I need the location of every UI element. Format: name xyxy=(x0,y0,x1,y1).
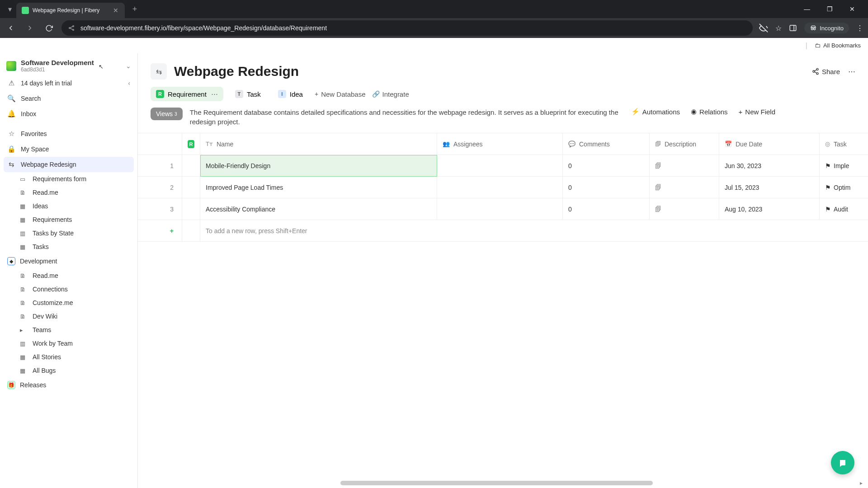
horizontal-scrollbar[interactable]: ▸ xyxy=(340,481,861,485)
cell-duedate-2[interactable]: Aug 10, 2023 xyxy=(719,198,820,220)
col-comments[interactable]: 💬Comments xyxy=(563,133,650,155)
cell-name-2[interactable]: Accessibility Compliance xyxy=(200,198,437,220)
sidebar-item-all-stories[interactable]: ▦All Stories xyxy=(0,350,137,364)
sidebar-space-development[interactable]: ◆ Development xyxy=(0,253,137,269)
cell-task-0[interactable]: ⚑Imple xyxy=(820,155,868,177)
svg-point-11 xyxy=(813,70,815,72)
relations-button[interactable]: ◉ Relations xyxy=(691,108,728,116)
new-field-button[interactable]: + New Field xyxy=(739,108,775,116)
cell-comments-0[interactable]: 0 xyxy=(563,155,650,177)
sidebar-item-dev-wiki[interactable]: 🗎Dev Wiki xyxy=(0,310,137,323)
chevron-down-icon[interactable]: ⌄ xyxy=(126,62,131,70)
add-row-hint[interactable]: To add a new row, press Shift+Enter xyxy=(200,220,868,242)
intercom-chat-button[interactable] xyxy=(831,451,854,474)
sidebar-myspace[interactable]: 🔒 My Space xyxy=(0,141,137,157)
table-row-num[interactable]: 2 xyxy=(138,177,182,198)
cell-duedate-0[interactable]: Jun 30, 2023 xyxy=(719,155,820,177)
sidebar-item-requirements[interactable]: ▦Requirements xyxy=(0,213,137,226)
share-button[interactable]: Share xyxy=(812,68,840,75)
sidebar-item-readme-1[interactable]: 🗎Read.me xyxy=(0,269,137,282)
db-tab-more-icon[interactable]: ⋯ xyxy=(211,90,218,98)
search-icon: 🔍 xyxy=(7,94,15,103)
tab-bar: ▾ Webpage Redesign | Fibery ✕ + ― ❐ ✕ xyxy=(0,0,868,18)
nav-forward-button[interactable] xyxy=(24,22,36,34)
scrollbar-thumb[interactable] xyxy=(340,481,653,485)
col-name[interactable]: TᴛName xyxy=(200,133,437,155)
workspace-subtitle: 6ad8d3d1 xyxy=(21,66,94,73)
add-row-plus[interactable]: + xyxy=(138,220,182,242)
sidebar-item-teams[interactable]: ▸Teams xyxy=(0,323,137,337)
sidebar-item-all-bugs[interactable]: ▦All Bugs xyxy=(0,364,137,377)
window-close-icon[interactable]: ✕ xyxy=(845,5,859,13)
eye-off-icon[interactable] xyxy=(759,23,768,33)
svg-line-13 xyxy=(815,70,817,71)
col-task[interactable]: ◎Task xyxy=(820,133,868,155)
cell-assignees-2[interactable] xyxy=(437,198,563,220)
url-field[interactable]: software-development.fibery.io/fibery/sp… xyxy=(61,20,753,36)
sidebar-item-connections[interactable]: 🗎Connections xyxy=(0,282,137,296)
page-icon[interactable]: ⇆ xyxy=(151,63,167,80)
nav-back-button[interactable] xyxy=(5,22,17,34)
scroll-right-icon[interactable]: ▸ xyxy=(860,480,863,486)
bookmarks-divider: | xyxy=(806,42,807,50)
db-tab-requirement[interactable]: R Requirement ⋯ xyxy=(151,87,223,101)
incognito-chip[interactable]: Incognito xyxy=(804,23,849,33)
cell-description-1[interactable]: 🗐 xyxy=(650,177,719,198)
sidebar-trial-banner[interactable]: ⚠ 14 days left in trial ‹ xyxy=(0,75,137,91)
sidebar-item-requirements-form[interactable]: ▭Requirements form xyxy=(0,172,137,186)
sidebar-inbox[interactable]: 🔔 Inbox xyxy=(0,106,137,122)
cell-assignees-1[interactable] xyxy=(437,177,563,198)
sidebar-space-webpage-redesign[interactable]: ⇆ Webpage Redesign xyxy=(4,157,134,172)
database-description[interactable]: The Requirement database contains detail… xyxy=(190,108,624,127)
cell-comments-2[interactable]: 0 xyxy=(563,198,650,220)
col-assignees[interactable]: 👥Assignees xyxy=(437,133,563,155)
plus-icon: + xyxy=(170,227,174,235)
automations-button[interactable]: ⚡ Automations xyxy=(631,108,680,116)
views-button[interactable]: Views 3 xyxy=(151,108,183,120)
cell-name-0[interactable]: Mobile-Friendly Design xyxy=(200,155,437,177)
side-panel-icon[interactable] xyxy=(789,24,797,32)
sidebar-space-releases[interactable]: 🎁 Releases xyxy=(0,377,137,393)
svg-line-14 xyxy=(815,72,817,73)
col-description[interactable]: 🗐Description xyxy=(650,133,719,155)
table-row-num[interactable]: 3 xyxy=(138,198,182,220)
cell-comments-1[interactable]: 0 xyxy=(563,177,650,198)
sidebar-item-work-by-team[interactable]: ▥Work by Team xyxy=(0,337,137,350)
browser-tab[interactable]: Webpage Redesign | Fibery ✕ xyxy=(16,3,125,18)
cell-duedate-1[interactable]: Jul 15, 2023 xyxy=(719,177,820,198)
window-minimize-icon[interactable]: ― xyxy=(800,5,814,13)
sidebar-item-tasks[interactable]: ▦Tasks xyxy=(0,240,137,253)
nav-reload-button[interactable] xyxy=(42,22,55,34)
integrate-button[interactable]: 🔗 Integrate xyxy=(372,90,409,98)
cell-assignees-0[interactable] xyxy=(437,155,563,177)
window-maximize-icon[interactable]: ❐ xyxy=(823,5,836,13)
more-menu-icon[interactable]: ⋯ xyxy=(848,67,855,76)
collapse-sidebar-icon[interactable]: ‹ xyxy=(128,80,130,87)
sidebar-search[interactable]: 🔍 Search xyxy=(0,91,137,106)
cell-task-2[interactable]: ⚑Audit xyxy=(820,198,868,220)
new-database-button[interactable]: + New Database xyxy=(315,90,366,98)
browser-menu-icon[interactable]: ⋮ xyxy=(856,24,863,33)
new-field-label: New Field xyxy=(745,108,775,116)
cell-description-0[interactable]: 🗐 xyxy=(650,155,719,177)
col-due-date[interactable]: 📅Due Date xyxy=(719,133,820,155)
table-row-num[interactable]: 1 xyxy=(138,155,182,177)
cell-task-1[interactable]: ⚑Optim xyxy=(820,177,868,198)
site-settings-icon[interactable] xyxy=(68,24,75,32)
bookmark-star-icon[interactable]: ☆ xyxy=(775,24,782,33)
all-bookmarks-button[interactable]: 🗀 All Bookmarks xyxy=(815,42,861,49)
sidebar-item-ideas[interactable]: ▦Ideas xyxy=(0,199,137,213)
sidebar-favorites[interactable]: ☆ Favorites xyxy=(0,126,137,141)
new-tab-button[interactable]: + xyxy=(128,3,141,15)
svg-point-1 xyxy=(73,26,74,27)
db-tab-task[interactable]: T Task xyxy=(230,87,266,101)
cell-name-1[interactable]: Improved Page Load Times xyxy=(200,177,437,198)
tab-search-dropdown[interactable]: ▾ xyxy=(4,3,16,15)
workspace-switcher[interactable]: Software Development 6ad8d3d1 ⌄ ↖ xyxy=(0,53,137,75)
cell-description-2[interactable]: 🗐 xyxy=(650,198,719,220)
sidebar-item-customize[interactable]: 🗎Customize.me xyxy=(0,296,137,310)
tab-close-icon[interactable]: ✕ xyxy=(112,7,119,14)
sidebar-item-tasks-by-state[interactable]: ▥Tasks by State xyxy=(0,226,137,240)
sidebar-item-readme-0[interactable]: 🗎Read.me xyxy=(0,186,137,199)
db-tab-idea[interactable]: I Idea xyxy=(273,87,308,101)
